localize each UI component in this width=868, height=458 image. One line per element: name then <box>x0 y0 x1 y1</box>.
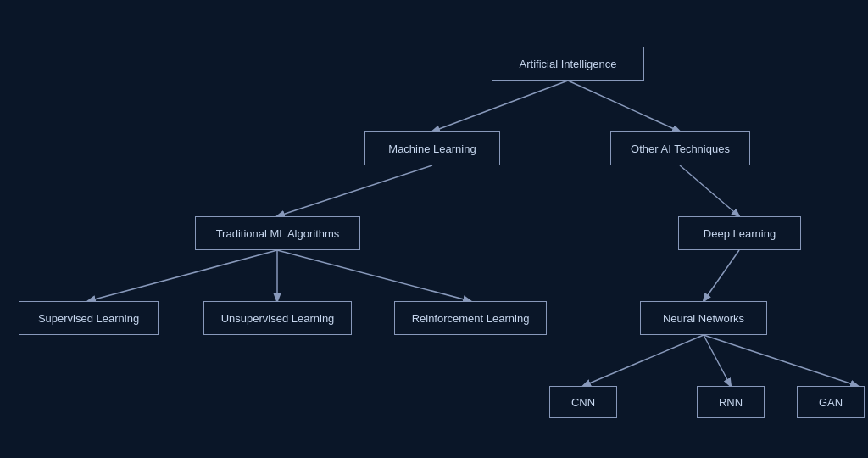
node-neural: Neural Networks <box>640 301 767 335</box>
node-gan: GAN <box>797 386 865 418</box>
node-traditional: Traditional ML Algorithms <box>195 216 360 250</box>
svg-line-1 <box>568 81 680 131</box>
svg-line-7 <box>704 250 739 301</box>
node-deep: Deep Learning <box>678 216 801 250</box>
node-rnn: RNN <box>697 386 765 418</box>
ai-diagram: Artificial Intelligence Machine Learning… <box>0 0 868 458</box>
node-cnn: CNN <box>549 386 617 418</box>
node-ai: Artificial Intelligence <box>492 47 644 81</box>
node-ml: Machine Learning <box>364 131 500 165</box>
svg-line-3 <box>680 165 739 216</box>
node-unsupervised: Unsupervised Learning <box>203 301 352 335</box>
svg-line-2 <box>277 165 432 216</box>
svg-line-0 <box>432 81 568 131</box>
svg-line-6 <box>277 250 470 301</box>
node-other: Other AI Techniques <box>610 131 750 165</box>
svg-line-9 <box>704 335 731 386</box>
svg-line-4 <box>88 250 277 301</box>
node-reinforcement: Reinforcement Learning <box>394 301 547 335</box>
svg-line-10 <box>704 335 858 386</box>
svg-line-8 <box>583 335 704 386</box>
node-supervised: Supervised Learning <box>19 301 159 335</box>
